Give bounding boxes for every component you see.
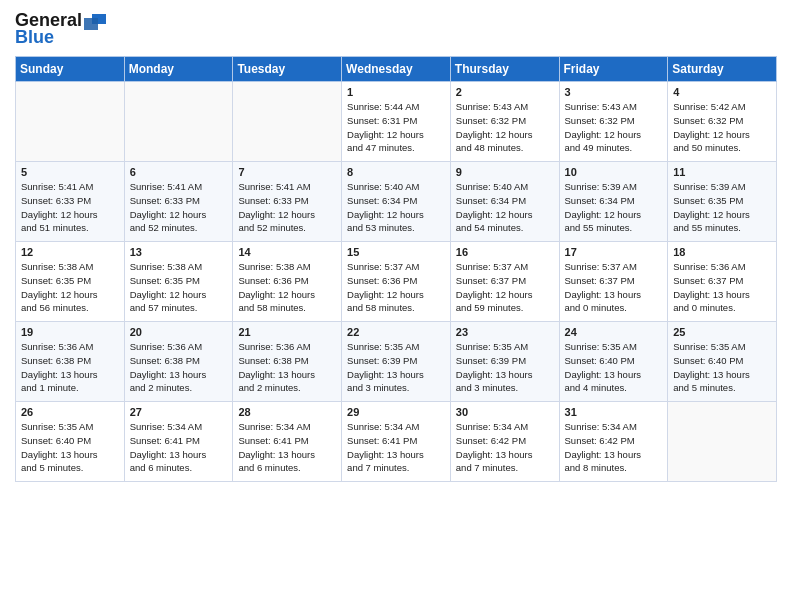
svg-marker-1 (84, 18, 98, 30)
day-detail: Sunrise: 5:35 AM Sunset: 6:40 PM Dayligh… (565, 340, 663, 395)
day-detail: Sunrise: 5:44 AM Sunset: 6:31 PM Dayligh… (347, 100, 445, 155)
calendar-cell: 22Sunrise: 5:35 AM Sunset: 6:39 PM Dayli… (342, 322, 451, 402)
day-number: 24 (565, 326, 663, 338)
calendar-cell: 26Sunrise: 5:35 AM Sunset: 6:40 PM Dayli… (16, 402, 125, 482)
day-detail: Sunrise: 5:39 AM Sunset: 6:34 PM Dayligh… (565, 180, 663, 235)
day-detail: Sunrise: 5:37 AM Sunset: 6:37 PM Dayligh… (565, 260, 663, 315)
day-number: 20 (130, 326, 228, 338)
day-number: 5 (21, 166, 119, 178)
page-header: General Blue (15, 10, 777, 48)
day-number: 25 (673, 326, 771, 338)
day-detail: Sunrise: 5:35 AM Sunset: 6:40 PM Dayligh… (21, 420, 119, 475)
weekday-header: Monday (124, 57, 233, 82)
calendar-week-row: 19Sunrise: 5:36 AM Sunset: 6:38 PM Dayli… (16, 322, 777, 402)
day-number: 11 (673, 166, 771, 178)
calendar-cell: 17Sunrise: 5:37 AM Sunset: 6:37 PM Dayli… (559, 242, 668, 322)
day-detail: Sunrise: 5:42 AM Sunset: 6:32 PM Dayligh… (673, 100, 771, 155)
day-detail: Sunrise: 5:40 AM Sunset: 6:34 PM Dayligh… (347, 180, 445, 235)
calendar-cell: 2Sunrise: 5:43 AM Sunset: 6:32 PM Daylig… (450, 82, 559, 162)
calendar-cell: 5Sunrise: 5:41 AM Sunset: 6:33 PM Daylig… (16, 162, 125, 242)
day-detail: Sunrise: 5:35 AM Sunset: 6:39 PM Dayligh… (456, 340, 554, 395)
calendar-cell: 7Sunrise: 5:41 AM Sunset: 6:33 PM Daylig… (233, 162, 342, 242)
day-number: 21 (238, 326, 336, 338)
day-detail: Sunrise: 5:38 AM Sunset: 6:36 PM Dayligh… (238, 260, 336, 315)
logo-icon (84, 12, 106, 30)
weekday-header: Thursday (450, 57, 559, 82)
day-number: 3 (565, 86, 663, 98)
calendar-cell: 28Sunrise: 5:34 AM Sunset: 6:41 PM Dayli… (233, 402, 342, 482)
calendar-cell: 29Sunrise: 5:34 AM Sunset: 6:41 PM Dayli… (342, 402, 451, 482)
calendar-cell: 20Sunrise: 5:36 AM Sunset: 6:38 PM Dayli… (124, 322, 233, 402)
day-detail: Sunrise: 5:37 AM Sunset: 6:36 PM Dayligh… (347, 260, 445, 315)
day-detail: Sunrise: 5:38 AM Sunset: 6:35 PM Dayligh… (130, 260, 228, 315)
day-number: 7 (238, 166, 336, 178)
day-detail: Sunrise: 5:39 AM Sunset: 6:35 PM Dayligh… (673, 180, 771, 235)
day-number: 15 (347, 246, 445, 258)
calendar-cell: 1Sunrise: 5:44 AM Sunset: 6:31 PM Daylig… (342, 82, 451, 162)
calendar-cell: 10Sunrise: 5:39 AM Sunset: 6:34 PM Dayli… (559, 162, 668, 242)
day-number: 29 (347, 406, 445, 418)
calendar-cell: 12Sunrise: 5:38 AM Sunset: 6:35 PM Dayli… (16, 242, 125, 322)
calendar-week-row: 26Sunrise: 5:35 AM Sunset: 6:40 PM Dayli… (16, 402, 777, 482)
day-number: 19 (21, 326, 119, 338)
calendar-week-row: 1Sunrise: 5:44 AM Sunset: 6:31 PM Daylig… (16, 82, 777, 162)
day-number: 2 (456, 86, 554, 98)
calendar-cell: 30Sunrise: 5:34 AM Sunset: 6:42 PM Dayli… (450, 402, 559, 482)
day-detail: Sunrise: 5:43 AM Sunset: 6:32 PM Dayligh… (456, 100, 554, 155)
day-detail: Sunrise: 5:35 AM Sunset: 6:39 PM Dayligh… (347, 340, 445, 395)
weekday-header: Saturday (668, 57, 777, 82)
day-number: 6 (130, 166, 228, 178)
weekday-header: Wednesday (342, 57, 451, 82)
day-detail: Sunrise: 5:43 AM Sunset: 6:32 PM Dayligh… (565, 100, 663, 155)
calendar-cell: 16Sunrise: 5:37 AM Sunset: 6:37 PM Dayli… (450, 242, 559, 322)
day-number: 23 (456, 326, 554, 338)
day-number: 4 (673, 86, 771, 98)
day-detail: Sunrise: 5:34 AM Sunset: 6:41 PM Dayligh… (130, 420, 228, 475)
calendar-week-row: 12Sunrise: 5:38 AM Sunset: 6:35 PM Dayli… (16, 242, 777, 322)
calendar-cell (124, 82, 233, 162)
calendar-cell (233, 82, 342, 162)
day-number: 22 (347, 326, 445, 338)
calendar-cell: 18Sunrise: 5:36 AM Sunset: 6:37 PM Dayli… (668, 242, 777, 322)
weekday-header: Sunday (16, 57, 125, 82)
logo-blue-text: Blue (15, 27, 54, 48)
weekday-header: Friday (559, 57, 668, 82)
day-detail: Sunrise: 5:34 AM Sunset: 6:41 PM Dayligh… (238, 420, 336, 475)
calendar-cell: 23Sunrise: 5:35 AM Sunset: 6:39 PM Dayli… (450, 322, 559, 402)
calendar-cell: 27Sunrise: 5:34 AM Sunset: 6:41 PM Dayli… (124, 402, 233, 482)
day-detail: Sunrise: 5:34 AM Sunset: 6:41 PM Dayligh… (347, 420, 445, 475)
calendar-cell: 11Sunrise: 5:39 AM Sunset: 6:35 PM Dayli… (668, 162, 777, 242)
day-number: 26 (21, 406, 119, 418)
day-detail: Sunrise: 5:34 AM Sunset: 6:42 PM Dayligh… (456, 420, 554, 475)
day-number: 28 (238, 406, 336, 418)
day-detail: Sunrise: 5:41 AM Sunset: 6:33 PM Dayligh… (130, 180, 228, 235)
day-detail: Sunrise: 5:35 AM Sunset: 6:40 PM Dayligh… (673, 340, 771, 395)
calendar-cell: 8Sunrise: 5:40 AM Sunset: 6:34 PM Daylig… (342, 162, 451, 242)
day-detail: Sunrise: 5:40 AM Sunset: 6:34 PM Dayligh… (456, 180, 554, 235)
day-number: 8 (347, 166, 445, 178)
day-number: 17 (565, 246, 663, 258)
day-detail: Sunrise: 5:41 AM Sunset: 6:33 PM Dayligh… (238, 180, 336, 235)
calendar-cell (16, 82, 125, 162)
calendar-table: SundayMondayTuesdayWednesdayThursdayFrid… (15, 56, 777, 482)
day-number: 12 (21, 246, 119, 258)
calendar-cell: 31Sunrise: 5:34 AM Sunset: 6:42 PM Dayli… (559, 402, 668, 482)
day-detail: Sunrise: 5:36 AM Sunset: 6:38 PM Dayligh… (130, 340, 228, 395)
day-number: 31 (565, 406, 663, 418)
calendar-cell: 13Sunrise: 5:38 AM Sunset: 6:35 PM Dayli… (124, 242, 233, 322)
calendar-cell: 9Sunrise: 5:40 AM Sunset: 6:34 PM Daylig… (450, 162, 559, 242)
day-number: 9 (456, 166, 554, 178)
day-number: 13 (130, 246, 228, 258)
day-number: 1 (347, 86, 445, 98)
day-detail: Sunrise: 5:37 AM Sunset: 6:37 PM Dayligh… (456, 260, 554, 315)
calendar-cell: 21Sunrise: 5:36 AM Sunset: 6:38 PM Dayli… (233, 322, 342, 402)
calendar-cell: 4Sunrise: 5:42 AM Sunset: 6:32 PM Daylig… (668, 82, 777, 162)
calendar-cell (668, 402, 777, 482)
calendar-header-row: SundayMondayTuesdayWednesdayThursdayFrid… (16, 57, 777, 82)
day-number: 27 (130, 406, 228, 418)
calendar-cell: 6Sunrise: 5:41 AM Sunset: 6:33 PM Daylig… (124, 162, 233, 242)
day-detail: Sunrise: 5:41 AM Sunset: 6:33 PM Dayligh… (21, 180, 119, 235)
calendar-cell: 15Sunrise: 5:37 AM Sunset: 6:36 PM Dayli… (342, 242, 451, 322)
calendar-cell: 24Sunrise: 5:35 AM Sunset: 6:40 PM Dayli… (559, 322, 668, 402)
logo: General Blue (15, 10, 106, 48)
